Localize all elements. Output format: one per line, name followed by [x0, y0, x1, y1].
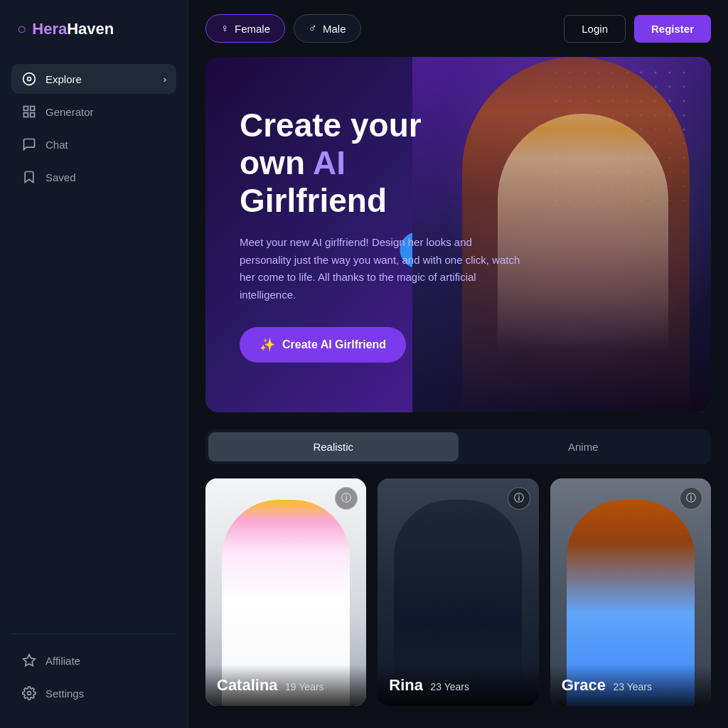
svg-rect-4 [24, 113, 28, 117]
female-button[interactable]: ♀ Female [205, 14, 285, 43]
sidebar-item-saved[interactable]: Saved [11, 162, 176, 192]
main-content: ♀ Female ♂ Male Login Register Create yo… [188, 0, 728, 728]
logo-text: HeraHaven [32, 20, 114, 38]
style-tabs: Realistic Anime [205, 429, 711, 464]
header-auth: Login Register [564, 15, 711, 43]
sidebar-item-affiliate[interactable]: Affiliate [11, 646, 176, 675]
rina-label: Rina 23 Years [378, 665, 538, 706]
card-catalina[interactable]: ⓘ Catalina 19 Years [205, 478, 366, 706]
grace-info-button[interactable]: ⓘ [680, 487, 702, 510]
card-rina[interactable]: ⓘ Rina 23 Years [378, 478, 538, 706]
logo: ○ HeraHaven [11, 20, 176, 38]
create-ai-girlfriend-button[interactable]: ✨ Create AI Girlfriend [240, 327, 406, 363]
hero-cta-label: Create AI Girlfriend [282, 338, 386, 351]
rina-name: Rina [389, 676, 423, 694]
hero-content: Create your own AI Girlfriend Meet your … [240, 107, 524, 363]
svg-rect-5 [31, 113, 35, 117]
logo-icon: ○ [17, 20, 26, 38]
svg-point-6 [28, 692, 31, 695]
rina-info-button[interactable]: ⓘ [508, 487, 530, 510]
nav-items: Explore › Generator Chat Saved [11, 64, 176, 633]
explore-icon [21, 71, 37, 87]
affiliate-icon [21, 653, 37, 668]
explore-label: Explore [46, 73, 82, 85]
tab-realistic[interactable]: Realistic [208, 432, 459, 461]
hero-title-line2: own [240, 144, 313, 181]
generator-icon [21, 104, 37, 119]
male-button[interactable]: ♂ Male [294, 14, 361, 43]
tab-anime[interactable]: Anime [459, 432, 709, 461]
login-button[interactable]: Login [564, 15, 626, 43]
chat-icon [21, 136, 37, 152]
svg-point-0 [23, 73, 36, 85]
svg-rect-2 [24, 107, 28, 111]
sidebar: ○ HeraHaven Explore › Generator Chat [0, 0, 188, 728]
wand-icon: ✨ [259, 337, 275, 353]
grace-age: 23 Years [614, 681, 653, 692]
sidebar-item-chat[interactable]: Chat [11, 129, 176, 159]
svg-point-1 [28, 77, 31, 81]
header: ♀ Female ♂ Male Login Register [188, 0, 728, 57]
hero-banner: Create your own AI Girlfriend Meet your … [205, 57, 711, 412]
male-label: Male [323, 23, 346, 35]
rina-age: 23 Years [430, 681, 469, 692]
hero-title: Create your own AI Girlfriend [240, 107, 524, 220]
affiliate-label: Affiliate [46, 655, 80, 667]
settings-label: Settings [46, 687, 84, 700]
register-button[interactable]: Register [634, 15, 711, 43]
hero-title-highlight: AI [313, 144, 346, 181]
saved-label: Saved [46, 171, 76, 183]
logo-hera: Hera [32, 20, 67, 38]
chat-label: Chat [46, 139, 68, 151]
sidebar-item-explore[interactable]: Explore › [11, 64, 176, 94]
hero-description: Meet your new AI girlfriend! Design her … [240, 234, 524, 304]
svg-rect-3 [31, 107, 35, 111]
catalina-name: Catalina [217, 676, 278, 694]
explore-chevron: › [164, 74, 166, 85]
saved-icon [21, 169, 37, 185]
female-icon: ♀ [220, 22, 229, 35]
cards-grid: ⓘ Catalina 19 Years ⓘ Rina 23 Years [205, 478, 711, 706]
sidebar-item-generator[interactable]: Generator [11, 97, 176, 127]
card-grace[interactable]: ⓘ Grace 23 Years [550, 478, 711, 706]
catalina-age: 19 Years [285, 681, 324, 692]
hero-title-line3: Girlfriend [240, 182, 387, 219]
female-label: Female [235, 23, 270, 35]
settings-icon [21, 685, 37, 701]
generator-label: Generator [46, 106, 94, 118]
male-icon: ♂ [309, 22, 317, 35]
grace-name: Grace [562, 676, 606, 694]
hero-title-line1: Create your [240, 107, 422, 144]
catalina-label: Catalina 19 Years [205, 665, 366, 706]
sidebar-bottom: Affiliate Settings [11, 633, 176, 708]
logo-haven: Haven [67, 20, 114, 38]
sidebar-item-settings[interactable]: Settings [11, 678, 176, 708]
grace-label: Grace 23 Years [550, 665, 711, 706]
